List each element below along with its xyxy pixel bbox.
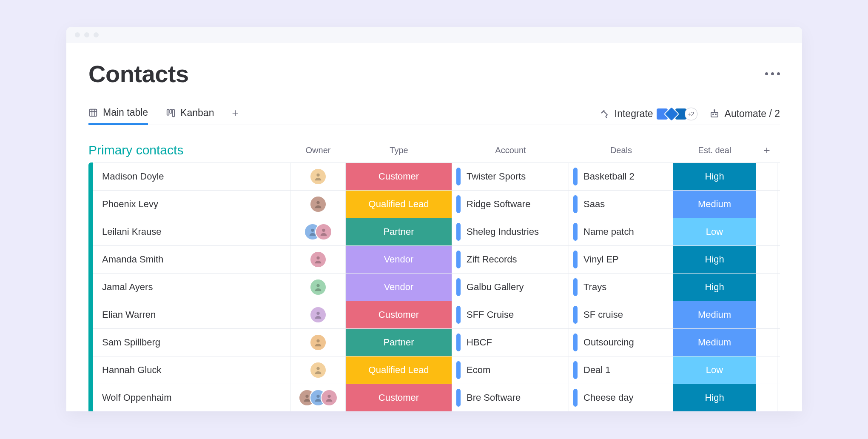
cell-type[interactable]: Customer bbox=[346, 163, 452, 190]
cell-deals[interactable]: SF cruise bbox=[569, 301, 673, 328]
cell-contact-name[interactable]: Jamal Ayers bbox=[93, 274, 290, 301]
cell-est-deal[interactable]: High bbox=[673, 384, 756, 411]
cell-est-deal[interactable]: High bbox=[673, 163, 756, 190]
cell-type[interactable]: Customer bbox=[346, 301, 452, 328]
cell-owner[interactable] bbox=[290, 163, 346, 190]
column-header-deals[interactable]: Deals bbox=[569, 145, 673, 155]
type-label: Customer bbox=[379, 309, 419, 320]
cell-deals[interactable]: Deal 1 bbox=[569, 356, 673, 384]
cell-account[interactable]: Zift Records bbox=[452, 246, 569, 273]
cell-owner[interactable] bbox=[290, 384, 346, 411]
svg-rect-5 bbox=[170, 109, 172, 113]
cell-owner[interactable] bbox=[290, 356, 346, 384]
cell-owner[interactable] bbox=[290, 274, 346, 301]
avatar[interactable] bbox=[310, 362, 327, 379]
cell-deals[interactable]: Saas bbox=[569, 191, 673, 218]
table-row[interactable]: Jamal AyersVendorGalbu GalleryTraysHigh bbox=[93, 273, 780, 301]
table-row[interactable]: Wolf OppenhaimCustomerBre SoftwareCheese… bbox=[93, 384, 780, 411]
cell-deals[interactable]: Trays bbox=[569, 274, 673, 301]
cell-account[interactable]: SFF Cruise bbox=[452, 301, 569, 328]
cell-est-deal[interactable]: Medium bbox=[673, 301, 756, 328]
est-deal-label: Medium bbox=[698, 199, 731, 210]
link-chip-icon bbox=[573, 334, 578, 351]
table-row[interactable]: Hannah GluckQualified LeadEcomDeal 1Low bbox=[93, 356, 780, 384]
cell-account[interactable]: Sheleg Industries bbox=[452, 218, 569, 245]
cell-owner[interactable] bbox=[290, 329, 346, 356]
cell-account[interactable]: Bre Software bbox=[452, 384, 569, 411]
cell-deals[interactable]: Name patch bbox=[569, 218, 673, 245]
avatar[interactable] bbox=[310, 279, 327, 296]
cell-contact-name[interactable]: Leilani Krause bbox=[93, 218, 290, 245]
svg-rect-0 bbox=[90, 109, 97, 116]
avatar[interactable] bbox=[315, 223, 332, 240]
cell-contact-name[interactable]: Elian Warren bbox=[93, 301, 290, 328]
cell-type[interactable]: Qualified Lead bbox=[346, 191, 452, 218]
column-header-account[interactable]: Account bbox=[452, 145, 569, 155]
table-row[interactable]: Elian WarrenCustomerSFF CruiseSF cruiseM… bbox=[93, 301, 780, 328]
link-chip-icon bbox=[456, 195, 461, 213]
cell-type[interactable]: Qualified Lead bbox=[346, 356, 452, 384]
column-header-type[interactable]: Type bbox=[346, 145, 452, 155]
cell-contact-name[interactable]: Wolf Oppenhaim bbox=[93, 384, 290, 411]
cell-contact-name[interactable]: Sam Spillberg bbox=[93, 329, 290, 356]
cell-type[interactable]: Partner bbox=[346, 218, 452, 245]
cell-type[interactable]: Vendor bbox=[346, 274, 452, 301]
cell-type[interactable]: Customer bbox=[346, 384, 452, 411]
cell-contact-name[interactable]: Madison Doyle bbox=[93, 163, 290, 190]
svg-point-20 bbox=[316, 367, 319, 370]
cell-type[interactable]: Partner bbox=[346, 329, 452, 356]
cell-deals[interactable]: Cheese day bbox=[569, 384, 673, 411]
cell-owner[interactable] bbox=[290, 191, 346, 218]
avatar-stack bbox=[310, 362, 327, 379]
automate-button[interactable]: Automate / 2 bbox=[709, 108, 780, 120]
svg-point-9 bbox=[715, 114, 716, 115]
avatar[interactable] bbox=[310, 196, 327, 213]
table-row[interactable]: Madison DoyleCustomerTwister SportsBaske… bbox=[93, 162, 780, 190]
cell-deals[interactable]: Basketball 2 bbox=[569, 163, 673, 190]
cell-est-deal[interactable]: High bbox=[673, 246, 756, 273]
link-chip-icon bbox=[573, 389, 578, 407]
avatar-stack bbox=[310, 334, 327, 351]
cell-account[interactable]: Galbu Gallery bbox=[452, 274, 569, 301]
cell-est-deal[interactable]: Medium bbox=[673, 329, 756, 356]
avatar[interactable] bbox=[310, 251, 327, 268]
more-menu-icon[interactable] bbox=[765, 72, 780, 75]
cell-account[interactable]: Twister Sports bbox=[452, 163, 569, 190]
svg-point-8 bbox=[713, 114, 714, 115]
group-title[interactable]: Primary contacts bbox=[88, 143, 290, 157]
cell-type[interactable]: Vendor bbox=[346, 246, 452, 273]
cell-contact-name[interactable]: Hannah Gluck bbox=[93, 356, 290, 384]
tab-main-table[interactable]: Main table bbox=[88, 107, 148, 125]
cell-contact-name[interactable]: Phoenix Levy bbox=[93, 191, 290, 218]
cell-contact-name[interactable]: Amanda Smith bbox=[93, 246, 290, 273]
column-header-owner[interactable]: Owner bbox=[290, 145, 346, 155]
cell-account[interactable]: HBCF bbox=[452, 329, 569, 356]
cell-est-deal[interactable]: Low bbox=[673, 218, 756, 245]
cell-est-deal[interactable]: Medium bbox=[673, 191, 756, 218]
cell-account[interactable]: Ecom bbox=[452, 356, 569, 384]
link-chip-icon bbox=[456, 306, 461, 324]
deal-text: Outsourcing bbox=[583, 337, 634, 348]
cell-owner[interactable] bbox=[290, 301, 346, 328]
avatar[interactable] bbox=[321, 389, 338, 406]
table-row[interactable]: Sam SpillbergPartnerHBCFOutsourcingMediu… bbox=[93, 328, 780, 356]
cell-owner[interactable] bbox=[290, 218, 346, 245]
cell-deals[interactable]: Outsourcing bbox=[569, 329, 673, 356]
cell-owner[interactable] bbox=[290, 246, 346, 273]
integrate-button[interactable]: Integrate +2 bbox=[599, 108, 697, 120]
table-row[interactable]: Amanda SmithVendorZift RecordsVinyl EPHi… bbox=[93, 245, 780, 273]
cell-account[interactable]: Ridge Software bbox=[452, 191, 569, 218]
add-view-button[interactable]: + bbox=[232, 106, 238, 125]
column-header-est-deal[interactable]: Est. deal bbox=[673, 145, 756, 155]
add-column-button[interactable]: + bbox=[756, 144, 777, 157]
table-row[interactable]: Phoenix LevyQualified LeadRidge Software… bbox=[93, 190, 780, 218]
cell-est-deal[interactable]: Low bbox=[673, 356, 756, 384]
avatar[interactable] bbox=[310, 334, 327, 351]
cell-deals[interactable]: Vinyl EP bbox=[569, 246, 673, 273]
avatar[interactable] bbox=[310, 168, 327, 185]
tab-kanban[interactable]: Kanban bbox=[166, 107, 214, 124]
table-row[interactable]: Leilani KrausePartnerSheleg IndustriesNa… bbox=[93, 218, 780, 245]
tabs-left: Main table Kanban + bbox=[88, 106, 239, 125]
avatar[interactable] bbox=[310, 306, 327, 323]
cell-est-deal[interactable]: High bbox=[673, 274, 756, 301]
